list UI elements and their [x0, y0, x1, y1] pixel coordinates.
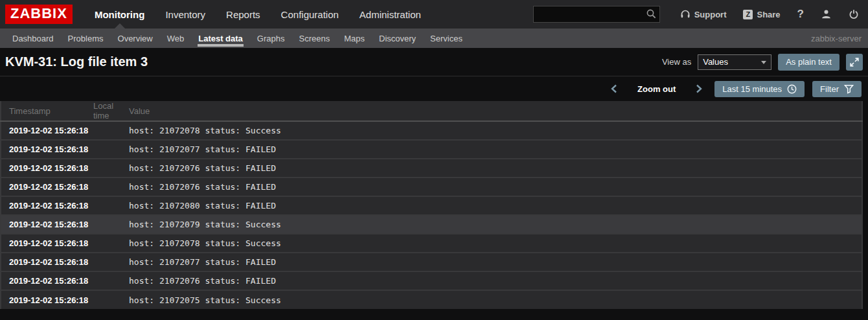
filter-button[interactable]: Filter — [812, 81, 862, 97]
subnav-graphs[interactable]: Graphs — [250, 29, 292, 48]
value-cell: host: 21072078 status: Success — [129, 121, 862, 140]
timestamp-cell: 2019-12-02 15:26:18 — [1, 196, 86, 215]
timestamp-cell: 2019-12-02 15:26:18 — [1, 159, 86, 177]
logout-link[interactable] — [840, 9, 862, 19]
time-filter-bar: Zoom out Last 15 minutes Filter — [0, 76, 868, 101]
table-row: 2019-12-02 15:26:18 host: 21072080 statu… — [1, 196, 862, 215]
question-mark-icon: ? — [797, 8, 804, 21]
value-cell: host: 21072080 status: FAILED — [129, 196, 862, 215]
subnav-screens[interactable]: Screens — [292, 29, 337, 48]
page-header: KVM-31: Log file item 3 View as Values A… — [0, 48, 868, 76]
value-cell: host: 21072075 status: Success — [129, 290, 862, 309]
table-row: 2019-12-02 15:26:18 host: 21072075 statu… — [1, 290, 862, 309]
sub-menu-list: Dashboard Problems Overview Web Latest d… — [5, 29, 470, 48]
search-icon[interactable] — [646, 8, 657, 19]
sub-menu: Dashboard Problems Overview Web Latest d… — [0, 29, 868, 48]
timestamp-cell: 2019-12-02 15:26:18 — [1, 271, 86, 290]
subnav-problems[interactable]: Problems — [61, 29, 111, 48]
local-time-cell — [86, 159, 129, 177]
top-bar: ZABBIX Monitoring Inventory Reports Conf… — [0, 0, 868, 29]
table-row: 2019-12-02 15:26:18 host: 21072078 statu… — [1, 121, 862, 140]
view-as-selected-value: Values — [703, 57, 728, 67]
table-body: 2019-12-02 15:26:18 host: 21072078 statu… — [1, 121, 862, 309]
user-icon — [821, 9, 832, 19]
value-cell: host: 21072077 status: FAILED — [129, 253, 862, 271]
table-header: Timestamp Local time Value — [1, 101, 862, 121]
server-name-label: zabbix-server — [811, 34, 862, 43]
value-cell: host: 21072076 status: FAILED — [129, 271, 862, 290]
value-cell: host: 21072076 status: FAILED — [129, 159, 862, 177]
chevron-down-icon — [761, 61, 766, 64]
fullscreen-button[interactable] — [846, 54, 863, 71]
value-cell: host: 21072078 status: Success — [129, 234, 862, 253]
view-as-select[interactable]: Values — [698, 54, 771, 70]
subnav-latest-data[interactable]: Latest data — [191, 29, 250, 48]
active-menu-caret — [115, 23, 125, 29]
local-time-cell — [86, 196, 129, 215]
column-header-value: Value — [129, 101, 862, 121]
subnav-dashboard[interactable]: Dashboard — [5, 29, 61, 48]
main-menu: Monitoring Inventory Reports Configurati… — [84, 0, 431, 29]
power-icon — [849, 9, 859, 19]
share-z-icon: Z — [743, 10, 753, 19]
time-range-button[interactable]: Last 15 minutes — [714, 81, 805, 97]
value-cell: host: 21072076 status: FAILED — [129, 177, 862, 196]
timestamp-cell: 2019-12-02 15:26:18 — [1, 121, 86, 140]
value-cell: host: 21072079 status: Success — [129, 215, 862, 234]
timestamp-cell: 2019-12-02 15:26:18 — [1, 234, 86, 253]
as-plain-text-button[interactable]: As plain text — [778, 54, 839, 71]
timestamp-cell: 2019-12-02 15:26:18 — [1, 253, 86, 271]
headset-icon — [680, 9, 691, 19]
support-link[interactable]: Support — [672, 9, 735, 19]
active-tab-underline — [198, 44, 244, 47]
profile-link[interactable] — [812, 9, 840, 19]
column-header-local-time: Local time — [86, 101, 129, 121]
local-time-cell — [86, 215, 129, 234]
subnav-maps[interactable]: Maps — [337, 29, 372, 48]
view-as-label: View as — [662, 57, 691, 67]
local-time-cell — [86, 271, 129, 290]
time-forward-button[interactable] — [691, 84, 707, 93]
menu-item-inventory[interactable]: Inventory — [155, 0, 216, 29]
menu-item-reports[interactable]: Reports — [216, 0, 271, 29]
clock-icon — [787, 84, 797, 94]
fullscreen-icon — [850, 58, 859, 67]
table-row: 2019-12-02 15:26:18 host: 21072077 statu… — [1, 253, 862, 271]
subnav-services[interactable]: Services — [423, 29, 470, 48]
share-link[interactable]: Z Share — [735, 10, 788, 19]
funnel-icon — [844, 84, 854, 94]
search-box — [533, 6, 660, 23]
history-table: Timestamp Local time Value 2019-12-02 15… — [0, 101, 863, 309]
zoom-out-button[interactable]: Zoom out — [622, 84, 691, 94]
table-row: 2019-12-02 15:26:18 host: 21072078 statu… — [1, 234, 862, 253]
table-row: 2019-12-02 15:26:18 host: 21072076 statu… — [1, 177, 862, 196]
table-row: 2019-12-02 15:26:18 host: 21072079 statu… — [1, 215, 862, 234]
help-link[interactable]: ? — [789, 8, 812, 21]
timestamp-cell: 2019-12-02 15:26:18 — [1, 140, 86, 159]
value-cell: host: 21072077 status: FAILED — [129, 140, 862, 159]
local-time-cell — [86, 177, 129, 196]
page-title: KVM-31: Log file item 3 — [5, 54, 148, 69]
menu-item-monitoring[interactable]: Monitoring — [84, 0, 155, 29]
menu-item-administration[interactable]: Administration — [349, 0, 431, 29]
subnav-overview[interactable]: Overview — [111, 29, 160, 48]
time-back-button[interactable] — [606, 84, 622, 93]
title-controls: View as Values As plain text — [662, 54, 863, 71]
local-time-cell — [86, 234, 129, 253]
subnav-discovery[interactable]: Discovery — [372, 29, 423, 48]
timestamp-cell: 2019-12-02 15:26:18 — [1, 215, 86, 234]
menu-item-configuration[interactable]: Configuration — [271, 0, 349, 29]
search-input[interactable] — [533, 6, 660, 23]
table-row: 2019-12-02 15:26:18 host: 21072077 statu… — [1, 140, 862, 159]
topbar-right: Support Z Share ? — [533, 6, 862, 23]
timestamp-cell: 2019-12-02 15:26:18 — [1, 290, 86, 309]
zabbix-logo[interactable]: ZABBIX — [5, 5, 73, 24]
local-time-cell — [86, 253, 129, 271]
local-time-cell — [86, 290, 129, 309]
table-row: 2019-12-02 15:26:18 host: 21072076 statu… — [1, 271, 862, 290]
table-row: 2019-12-02 15:26:18 host: 21072076 statu… — [1, 159, 862, 177]
timestamp-cell: 2019-12-02 15:26:18 — [1, 177, 86, 196]
local-time-cell — [86, 140, 129, 159]
column-header-timestamp: Timestamp — [1, 101, 86, 121]
subnav-web[interactable]: Web — [160, 29, 192, 48]
